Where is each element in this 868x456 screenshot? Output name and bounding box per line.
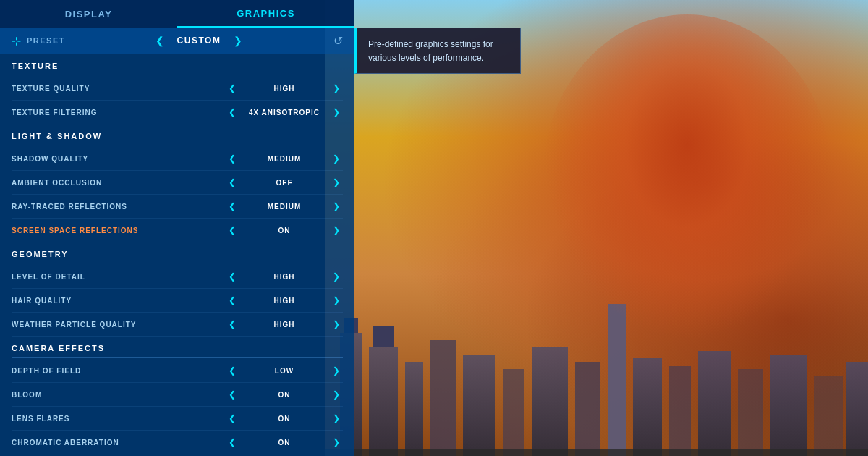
svg-rect-17 — [846, 362, 868, 456]
setting-name: TEXTURE FILTERING — [12, 109, 226, 117]
setting-prev-button[interactable]: ❮ — [226, 200, 239, 213]
setting-next-button[interactable]: ❯ — [330, 388, 343, 401]
setting-next-button[interactable]: ❯ — [330, 294, 343, 307]
setting-control: ❮LOW❯ — [226, 364, 343, 377]
tab-graphics[interactable]: GRAPHICS — [177, 0, 354, 28]
setting-value: ON — [244, 415, 324, 423]
setting-prev-button[interactable]: ❮ — [226, 152, 239, 165]
setting-prev-button[interactable]: ❮ — [226, 176, 239, 189]
setting-name: TEXTURE QUALITY — [12, 85, 226, 93]
setting-next-button[interactable]: ❯ — [330, 224, 343, 237]
table-row: LEVEL OF DETAIL❮HIGH❯ — [12, 265, 343, 289]
setting-control: ❮OFF❯ — [226, 176, 343, 189]
setting-name: SCREEN SPACE REFLECTIONS — [12, 227, 226, 235]
svg-rect-3 — [373, 326, 394, 347]
setting-name: WEATHER PARTICLE QUALITY — [12, 321, 226, 329]
preset-tooltip: Pre-defined graphics settings for variou… — [354, 28, 521, 74]
svg-rect-8 — [532, 347, 568, 456]
setting-value: 4X ANISOTROPIC — [244, 109, 324, 117]
setting-prev-button[interactable]: ❮ — [226, 318, 239, 331]
section-header-light-shadow: LIGHT & SHADOW — [12, 124, 343, 145]
reset-button[interactable]: ↺ — [333, 34, 343, 48]
setting-control: ❮4X ANISOTROPIC❯ — [226, 106, 343, 119]
svg-rect-18 — [326, 449, 868, 456]
svg-rect-16 — [814, 376, 843, 456]
setting-value: LOW — [244, 367, 324, 375]
setting-name: HAIR QUALITY — [12, 297, 226, 305]
settings-panel: DISPLAY GRAPHICS ⊹ PRESET ❮ CUSTOM ❯ ↺ T… — [0, 0, 354, 456]
setting-next-button[interactable]: ❯ — [330, 436, 343, 449]
table-row: DEPTH OF FIELD❮LOW❯ — [12, 359, 343, 383]
preset-row: ⊹ PRESET ❮ CUSTOM ❯ ↺ — [0, 28, 354, 54]
setting-value: HIGH — [244, 85, 324, 93]
table-row: HAIR QUALITY❮HIGH❯ — [12, 289, 343, 313]
svg-rect-4 — [405, 362, 423, 456]
table-row: WEATHER PARTICLE QUALITY❮HIGH❯ — [12, 313, 343, 337]
setting-name: DEPTH OF FIELD — [12, 367, 226, 375]
table-row: SHADOW QUALITY❮MEDIUM❯ — [12, 147, 343, 171]
setting-prev-button[interactable]: ❮ — [226, 294, 239, 307]
setting-control: ❮ON❯ — [226, 436, 343, 449]
section-header-texture: TEXTURE — [12, 54, 343, 75]
preset-value: CUSTOM — [177, 35, 221, 46]
setting-name: AMBIENT OCCLUSION — [12, 179, 226, 187]
section-header-camera-effects: CAMERA EFFECTS — [12, 337, 343, 358]
setting-name: BLOOM — [12, 391, 226, 399]
tab-display[interactable]: DISPLAY — [0, 0, 177, 28]
preset-prev-button[interactable]: ❮ — [151, 33, 169, 48]
svg-rect-9 — [575, 362, 600, 456]
setting-value: ON — [244, 227, 324, 235]
section-content: TEXTURETEXTURE QUALITY❮HIGH❯TEXTURE FILT… — [0, 54, 354, 449]
svg-rect-6 — [463, 355, 495, 456]
table-row: TEXTURE FILTERING❮4X ANISOTROPIC❯ — [12, 101, 343, 124]
setting-next-button[interactable]: ❯ — [330, 270, 343, 283]
setting-next-button[interactable]: ❯ — [330, 106, 343, 119]
setting-control: ❮HIGH❯ — [226, 318, 343, 331]
setting-next-button[interactable]: ❯ — [330, 412, 343, 425]
setting-next-button[interactable]: ❯ — [330, 152, 343, 165]
setting-next-button[interactable]: ❯ — [330, 200, 343, 213]
svg-rect-5 — [430, 340, 456, 456]
setting-value: ON — [244, 391, 324, 399]
setting-prev-button[interactable]: ❮ — [226, 270, 239, 283]
setting-name: CHROMATIC ABERRATION — [12, 439, 226, 447]
preset-icon: ⊹ — [12, 34, 21, 48]
setting-value: HIGH — [244, 321, 324, 329]
setting-next-button[interactable]: ❯ — [330, 82, 343, 95]
setting-value: HIGH — [244, 297, 324, 305]
setting-prev-button[interactable]: ❮ — [226, 82, 239, 95]
setting-control: ❮ON❯ — [226, 224, 343, 237]
svg-rect-11 — [633, 358, 662, 456]
setting-next-button[interactable]: ❯ — [330, 318, 343, 331]
setting-value: MEDIUM — [244, 203, 324, 211]
table-row: LENS FLARES❮ON❯ — [12, 407, 343, 431]
setting-next-button[interactable]: ❯ — [330, 176, 343, 189]
setting-control: ❮HIGH❯ — [226, 294, 343, 307]
table-row: RAY-TRACED REFLECTIONS❮MEDIUM❯ — [12, 195, 343, 219]
setting-name: RAY-TRACED REFLECTIONS — [12, 203, 226, 211]
table-row: TEXTURE QUALITY❮HIGH❯ — [12, 77, 343, 101]
setting-value: MEDIUM — [244, 155, 324, 163]
preset-next-button[interactable]: ❯ — [229, 33, 247, 48]
svg-rect-13 — [698, 351, 731, 456]
setting-value: ON — [244, 439, 324, 447]
setting-control: ❮ON❯ — [226, 388, 343, 401]
setting-prev-button[interactable]: ❮ — [226, 436, 239, 449]
setting-control: ❮HIGH❯ — [226, 270, 343, 283]
table-row: BLOOM❮ON❯ — [12, 383, 343, 407]
setting-name: LEVEL OF DETAIL — [12, 273, 226, 281]
setting-next-button[interactable]: ❯ — [330, 364, 343, 377]
table-row: SCREEN SPACE REFLECTIONS❮ON❯ — [12, 219, 343, 242]
setting-control: ❮MEDIUM❯ — [226, 200, 343, 213]
svg-rect-14 — [738, 369, 763, 456]
section-header-geometry: GEOMETRY — [12, 242, 343, 263]
setting-control: ❮ON❯ — [226, 412, 343, 425]
setting-prev-button[interactable]: ❮ — [226, 388, 239, 401]
tab-bar: DISPLAY GRAPHICS — [0, 0, 354, 28]
setting-prev-button[interactable]: ❮ — [226, 224, 239, 237]
table-row: AMBIENT OCCLUSION❮OFF❯ — [12, 171, 343, 195]
setting-prev-button[interactable]: ❮ — [226, 106, 239, 119]
setting-prev-button[interactable]: ❮ — [226, 364, 239, 377]
preset-label: PRESET — [27, 36, 70, 45]
setting-prev-button[interactable]: ❮ — [226, 412, 239, 425]
